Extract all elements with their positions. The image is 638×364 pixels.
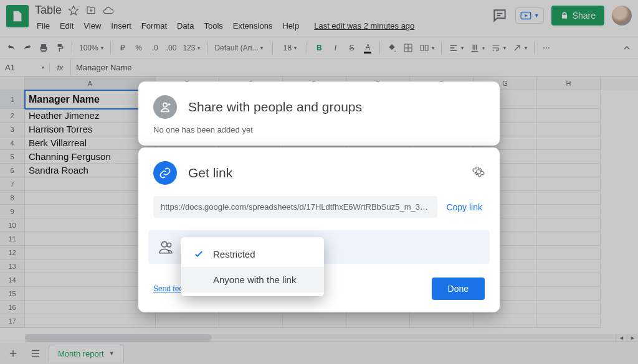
dropdown-option-anyone[interactable]: Anyone with the link <box>181 267 324 292</box>
get-link-title: Get link <box>188 166 232 180</box>
share-dialog: Share with people and groups No one has … <box>138 82 500 146</box>
done-button[interactable]: Done <box>432 278 485 300</box>
share-dialog-title: Share with people and groups <box>188 100 362 114</box>
copy-link-button[interactable]: Copy link <box>444 197 485 217</box>
people-icon <box>153 95 177 119</box>
send-feedback-link[interactable]: Send fee <box>153 284 183 293</box>
link-settings-icon[interactable] <box>472 166 485 181</box>
link-icon <box>153 161 177 185</box>
access-scope-dropdown: Restricted Anyone with the link <box>181 237 324 296</box>
dropdown-option-label: Anyone with the link <box>213 274 296 285</box>
share-dialog-subtitle: No one has been added yet <box>153 125 485 134</box>
dropdown-option-restricted[interactable]: Restricted <box>181 241 324 267</box>
check-icon <box>193 248 204 259</box>
dropdown-option-label: Restricted <box>213 249 255 259</box>
group-icon <box>156 236 177 258</box>
link-field[interactable]: https://docs.google.com/spreadsheets/d/1… <box>153 196 437 218</box>
